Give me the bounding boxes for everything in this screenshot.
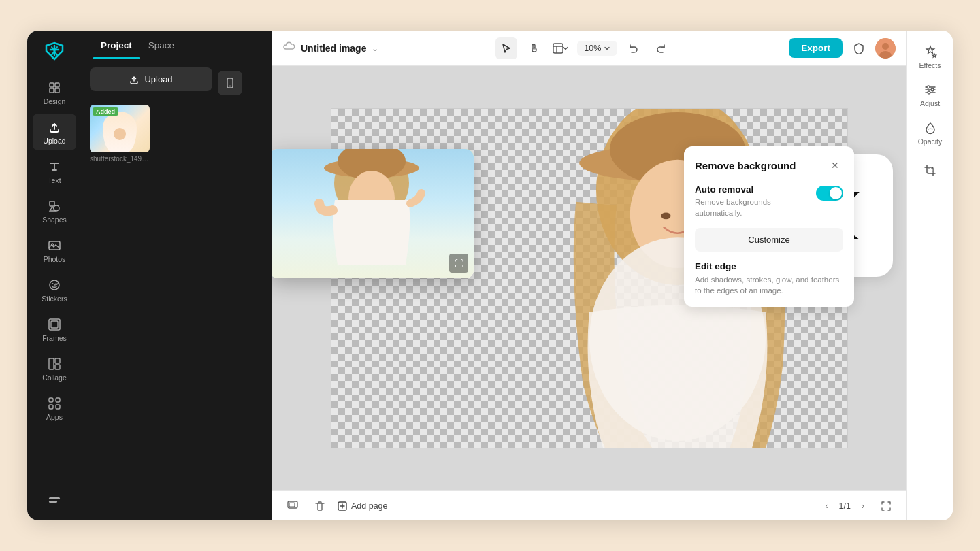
added-badge: Added — [93, 107, 118, 116]
hand-tool-btn[interactable] — [523, 37, 544, 59]
toolbar-right: Export — [789, 37, 896, 59]
remove-bg-title: Remove background — [695, 160, 796, 171]
undo-icon — [628, 43, 639, 54]
toolbar-dropdown-icon[interactable]: ⌄ — [372, 44, 378, 53]
auto-removal-row: Auto removal Remove backgrounds automati… — [695, 184, 843, 218]
opacity-label: Opacity — [918, 137, 943, 146]
delete-icon — [314, 501, 325, 512]
user-avatar[interactable] — [875, 38, 896, 59]
svg-point-9 — [52, 283, 54, 284]
sidebar-item-shapes[interactable]: Shapes — [33, 193, 76, 229]
shield-icon-btn[interactable] — [848, 37, 870, 59]
edit-edge-desc: Add shadows, strokes, glow, and feathers… — [695, 274, 843, 296]
svg-rect-19 — [56, 405, 60, 409]
auto-removal-text: Auto removal Remove backgrounds automati… — [695, 184, 808, 218]
photos-icon — [47, 238, 62, 253]
preview-expand-btn[interactable]: ⛶ — [449, 254, 468, 273]
customize-button[interactable]: Customize — [695, 228, 843, 252]
canvas-preview-inner — [272, 149, 474, 278]
pointer-tool-btn[interactable] — [495, 37, 517, 59]
svg-point-10 — [56, 283, 57, 284]
thumbnail-item[interactable]: Added shutterstock_149096... — [90, 105, 150, 163]
svg-point-44 — [928, 91, 930, 94]
upload-button[interactable]: Upload — [90, 67, 212, 91]
next-page-btn[interactable]: › — [855, 498, 871, 514]
hand-icon — [528, 43, 539, 54]
sidebar-item-stickers[interactable]: Stickers — [33, 271, 76, 308]
edit-edge-section: Edit edge Add shadows, strokes, glow, an… — [695, 261, 843, 296]
svg-rect-1 — [55, 83, 59, 87]
sidebar-item-upload[interactable]: Upload — [33, 114, 76, 150]
svg-rect-18 — [49, 405, 53, 409]
upload-icon — [47, 120, 62, 135]
opacity-btn[interactable]: Opacity — [911, 115, 949, 150]
svg-point-23 — [229, 85, 231, 86]
undo-btn[interactable] — [623, 37, 644, 59]
svg-rect-14 — [55, 358, 60, 363]
crop-icon — [923, 163, 938, 178]
shield-icon — [853, 42, 865, 54]
auto-removal-desc: Remove backgrounds automatically. — [695, 197, 808, 218]
shapes-icon — [47, 199, 62, 214]
redo-btn[interactable] — [650, 37, 672, 59]
stickers-icon — [47, 278, 62, 293]
sidebar-item-collage[interactable]: Collage — [33, 350, 76, 387]
cloud-save-icon — [283, 41, 295, 56]
svg-rect-0 — [50, 83, 54, 87]
mobile-icon-btn[interactable] — [218, 71, 242, 95]
canvas-preview-thumbnail[interactable]: ⛶ — [272, 149, 474, 278]
shapes-label: Shapes — [42, 216, 67, 224]
prev-page-btn[interactable]: ‹ — [819, 498, 835, 514]
sidebar-item-design[interactable]: Design — [33, 74, 76, 111]
panel-tabs: Project Space — [82, 31, 272, 59]
toolbar-title: Untitled image — [301, 43, 366, 54]
apps-icon — [47, 396, 62, 411]
layout-tool-btn[interactable] — [550, 37, 572, 59]
app-logo[interactable] — [42, 39, 67, 63]
effects-btn[interactable]: Effects — [911, 39, 949, 74]
svg-rect-13 — [49, 358, 54, 369]
auto-removal-label: Auto removal — [695, 184, 808, 195]
zoom-value: 10% — [584, 44, 601, 53]
tab-space[interactable]: Space — [140, 31, 182, 59]
tab-project[interactable]: Project — [93, 31, 140, 59]
adjust-btn[interactable]: Adjust — [911, 77, 949, 112]
frames-label: Frames — [42, 334, 67, 342]
frames-icon — [47, 317, 62, 332]
remove-bg-panel: Remove background ✕ Auto removal Remove … — [684, 146, 854, 307]
export-button[interactable]: Export — [789, 38, 843, 58]
upload-label: Upload — [43, 137, 65, 145]
crop-btn[interactable] — [911, 153, 949, 188]
add-page-label: Add page — [351, 501, 388, 511]
sidebar-item-apps[interactable]: Apps — [33, 390, 76, 427]
auto-removal-toggle[interactable] — [816, 186, 843, 201]
panel-content: Upload — [82, 59, 272, 520]
text-label: Text — [48, 176, 61, 184]
sidebar-item-photos[interactable]: Photos — [33, 232, 76, 269]
effects-icon — [923, 44, 938, 59]
right-panel: Effects Adjust Opacity — [906, 31, 953, 520]
sidebar-item-frames[interactable]: Frames — [33, 311, 76, 348]
edit-edge-label: Edit edge — [695, 261, 843, 271]
layout-caret-icon — [562, 45, 569, 52]
sidebar-item-text[interactable]: Text — [33, 153, 76, 190]
svg-rect-40 — [289, 503, 295, 507]
add-page-btn[interactable]: Add page — [338, 501, 388, 511]
toolbar: Untitled image ⌄ — [272, 31, 906, 66]
panel-top-row: Upload — [90, 67, 263, 98]
effects-label: Effects — [919, 61, 941, 69]
toolbar-mid: 10% — [384, 37, 783, 59]
design-label: Design — [44, 97, 66, 105]
adjust-label: Adjust — [920, 99, 940, 107]
delete-icon-btn[interactable] — [310, 497, 329, 516]
arrange-icon-btn[interactable] — [283, 497, 302, 516]
upload-btn-icon — [129, 75, 139, 84]
fullscreen-icon-btn[interactable] — [877, 497, 896, 516]
sidebar-bottom-btn[interactable] — [33, 488, 76, 512]
stickers-label: Stickers — [42, 295, 67, 303]
close-remove-bg-btn[interactable]: ✕ — [827, 157, 843, 173]
arrange-icon — [287, 501, 298, 512]
upload-btn-label: Upload — [144, 74, 172, 84]
svg-rect-12 — [51, 321, 58, 328]
zoom-control[interactable]: 10% — [577, 41, 617, 56]
